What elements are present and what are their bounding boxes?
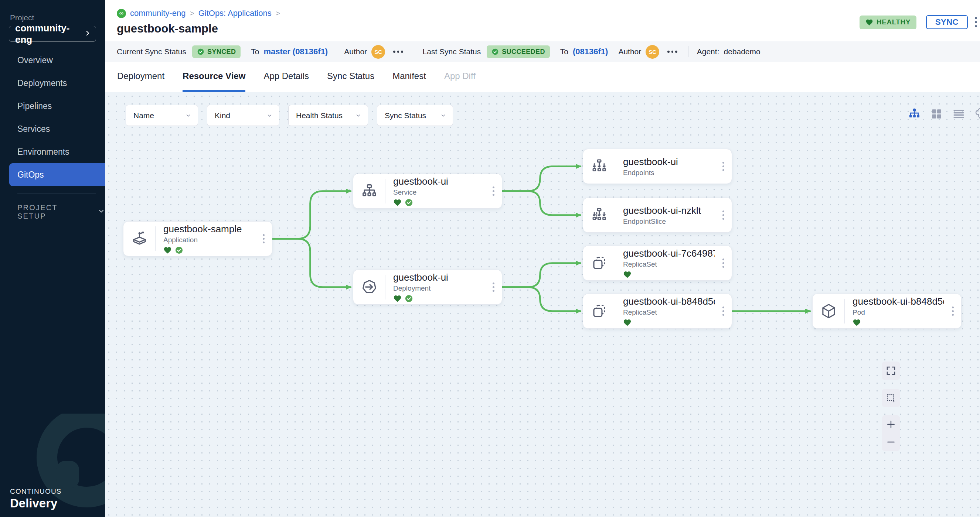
replicaset-icon <box>583 246 615 280</box>
resource-node-guestbook-ui-nzklt-endpointslice[interactable]: guestbook-ui-nzkltEndpointSlice <box>583 198 732 233</box>
sidebar-item-environments[interactable]: Environments <box>0 140 105 163</box>
node-body: guestbook-uiDeployment <box>385 270 485 304</box>
current-author-label: Author <box>344 47 367 56</box>
last-more-menu[interactable] <box>665 48 679 55</box>
node-kebab-menu[interactable] <box>255 222 272 256</box>
brand-delivery: Delivery <box>10 496 62 511</box>
node-title: guestbook-ui-b848d5d9... <box>853 296 944 307</box>
agent-value: debademo <box>724 47 760 56</box>
sync-status-bar: Current Sync Status SYNCED To master (08… <box>105 41 980 62</box>
synced-check-icon <box>405 198 413 207</box>
sidebar-item-overview[interactable]: Overview <box>0 49 105 71</box>
node-kebab-menu[interactable] <box>944 294 961 328</box>
breadcrumb: ∞ community-eng>GitOps: Applications> <box>117 0 980 18</box>
breadcrumb-link-gitops-applications[interactable]: GitOps: Applications <box>199 8 272 18</box>
resource-node-guestbook-ui-7c64987dc9-replicaset[interactable]: guestbook-ui-7c64987dc9ReplicaSet <box>583 246 732 281</box>
filter-label: Kind <box>215 111 230 120</box>
sidebar-item-gitops[interactable]: GitOps <box>9 163 105 186</box>
sidebar-item-deployments[interactable]: Deployments <box>0 71 105 95</box>
selection-tool-button[interactable] <box>882 389 900 407</box>
brand-continuous: CONTINUOUS <box>10 487 62 496</box>
resource-node-guestbook-ui-endpoints[interactable]: guestbook-uiEndpoints <box>583 149 732 184</box>
grid-view-icon[interactable] <box>930 107 943 121</box>
node-title: guestbook-ui <box>393 176 485 187</box>
page-title: guestbook-sample <box>117 22 980 35</box>
sync-button[interactable]: SYNC <box>926 15 968 29</box>
sidebar-item-pipelines[interactable]: Pipelines <box>0 95 105 117</box>
node-kebab-menu[interactable] <box>715 149 732 184</box>
zoom-controls <box>882 415 900 451</box>
resource-graph-canvas[interactable]: NameKindHealth StatusSync Status guestbo… <box>105 92 980 517</box>
health-badge-label: HEALTHY <box>877 18 910 26</box>
tab-sync-status[interactable]: Sync Status <box>327 62 374 92</box>
zoom-out-button[interactable] <box>885 436 896 447</box>
node-kind-label: ReplicaSet <box>623 308 715 317</box>
last-target-revision[interactable]: (08136f1) <box>573 47 608 57</box>
resource-node-guestbook-sample-application[interactable]: guestbook-sampleApplication <box>123 221 272 256</box>
current-author-avatar[interactable]: SC <box>371 45 385 59</box>
chevron-right-icon <box>84 30 91 38</box>
node-kebab-menu[interactable] <box>485 174 502 208</box>
node-kind-label: Application <box>163 236 255 244</box>
health-status-badge: HEALTHY <box>859 16 916 29</box>
filter-label: Name <box>134 111 154 120</box>
project-name: community-eng <box>15 22 84 45</box>
node-body: guestbook-sampleApplication <box>156 222 255 256</box>
tree-view-icon[interactable] <box>908 107 921 121</box>
node-title: guestbook-sample <box>163 224 255 235</box>
check-circle-icon <box>492 48 499 56</box>
zoom-in-button[interactable] <box>885 419 896 430</box>
fullscreen-button[interactable] <box>882 362 900 380</box>
node-title: guestbook-ui-b848d5d9d <box>623 296 715 307</box>
node-kebab-menu[interactable] <box>715 246 732 280</box>
healthy-heart-icon <box>393 198 402 207</box>
replicaset-icon <box>583 294 615 328</box>
resource-node-guestbook-ui-b848d5d9d-replicaset[interactable]: guestbook-ui-b848d5d9dReplicaSet <box>583 293 732 329</box>
project-setup-toggle[interactable]: PROJECT SETUP <box>0 203 105 220</box>
filter-sync-status[interactable]: Sync Status <box>377 105 453 126</box>
filter-name[interactable]: Name <box>126 105 198 126</box>
resource-node-guestbook-ui-service[interactable]: guestbook-uiService <box>353 174 502 209</box>
node-title: guestbook-ui-nzklt <box>623 205 715 216</box>
synced-badge: SYNCED <box>192 45 240 58</box>
filter-kind[interactable]: Kind <box>207 105 279 126</box>
resource-node-guestbook-ui-deployment[interactable]: guestbook-uiDeployment <box>353 270 502 304</box>
current-to-label: To <box>251 47 259 56</box>
current-more-menu[interactable] <box>391 48 406 55</box>
view-mode-switcher <box>908 107 980 121</box>
node-status-icons <box>393 198 485 207</box>
chevron-down-icon <box>185 112 192 119</box>
node-body: guestbook-ui-b848d5d9dReplicaSet <box>615 294 715 328</box>
tab-manifest[interactable]: Manifest <box>393 62 426 92</box>
fullscreen-icon <box>885 365 896 376</box>
header-actions: HEALTHY SYNC <box>859 15 980 30</box>
list-view-icon[interactable] <box>952 107 966 121</box>
project-selector[interactable]: community-eng <box>9 26 96 42</box>
chevron-down-icon <box>440 112 447 119</box>
pod-view-icon[interactable] <box>974 107 980 121</box>
chevron-down-icon <box>266 112 273 119</box>
gitops-icon: ∞ <box>117 9 126 18</box>
header-kebab-menu[interactable] <box>973 15 979 30</box>
node-kebab-menu[interactable] <box>485 270 502 304</box>
check-circle-icon <box>197 48 204 56</box>
breadcrumb-link-community-eng[interactable]: community-eng <box>130 8 186 18</box>
succeeded-badge-label: SUCCEEDED <box>502 48 545 56</box>
filter-label: Sync Status <box>385 111 426 120</box>
tab-resource-view[interactable]: Resource View <box>183 62 245 92</box>
node-kebab-menu[interactable] <box>715 198 732 232</box>
tab-app-details[interactable]: App Details <box>264 62 309 92</box>
sidebar-item-services[interactable]: Services <box>0 117 105 140</box>
current-target-revision[interactable]: master (08136f1) <box>264 47 328 57</box>
node-title: guestbook-ui <box>393 272 485 283</box>
filter-health-status[interactable]: Health Status <box>288 105 368 126</box>
node-status-icons <box>623 318 715 327</box>
node-kebab-menu[interactable] <box>715 294 732 328</box>
node-kind-label: EndpointSlice <box>623 217 715 226</box>
tab-deployment[interactable]: Deployment <box>117 62 164 92</box>
last-author-avatar[interactable]: SC <box>646 45 659 59</box>
resource-node-guestbook-ui-b848d5d9--pod[interactable]: guestbook-ui-b848d5d9...Pod <box>812 293 961 329</box>
healthy-heart-icon <box>163 246 172 254</box>
synced-check-icon <box>175 246 183 254</box>
chevron-down-icon <box>355 112 362 119</box>
